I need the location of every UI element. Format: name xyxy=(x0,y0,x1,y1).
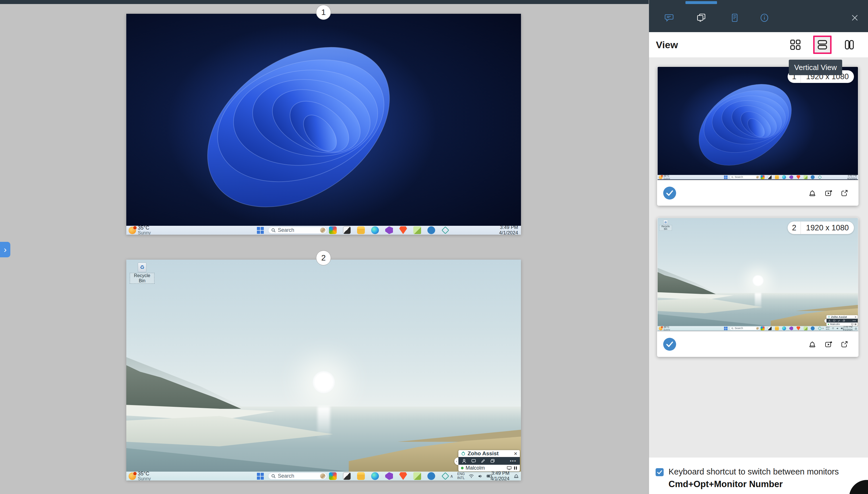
taskbar-app-icon[interactable] xyxy=(385,472,393,480)
taskbar-app-icon[interactable] xyxy=(427,226,435,234)
remote-monitor-2[interactable]: ♻ Recycle Bin › Zoho Assist ✕ ••• Malcol… xyxy=(126,260,521,480)
open-in-new-window-icon[interactable] xyxy=(840,189,849,197)
zoho-assist-widget[interactable]: › Zoho Assist ✕ ••• Malcolm xyxy=(458,450,520,471)
notification-bell-icon[interactable] xyxy=(514,473,519,479)
annotate-icon[interactable] xyxy=(838,320,840,322)
taskbar-app-icon[interactable] xyxy=(371,472,379,480)
tab-session-info[interactable] xyxy=(759,13,769,23)
notification-bell-icon[interactable] xyxy=(808,340,817,348)
share-screen-icon[interactable] xyxy=(490,459,495,463)
weather-widget[interactable]: 35°C Sunny xyxy=(659,175,670,179)
wifi-icon[interactable] xyxy=(832,327,834,329)
volume-icon[interactable] xyxy=(478,474,482,478)
sidebar-expand-tab[interactable]: › xyxy=(0,242,10,257)
pause-icon[interactable] xyxy=(854,323,856,325)
taskbar-app-icon[interactable] xyxy=(441,472,449,480)
taskbar-search[interactable]: Search xyxy=(268,473,327,480)
tab-monitors[interactable] xyxy=(696,13,706,23)
taskbar-clock[interactable]: 3:49 PM 4/1/2024 xyxy=(491,472,510,480)
wifi-icon[interactable] xyxy=(469,474,474,478)
windows-start-button[interactable] xyxy=(724,175,727,179)
taskbar-app-icon[interactable] xyxy=(768,175,772,179)
taskbar-app-icon[interactable] xyxy=(399,472,407,480)
zoho-assist-widget[interactable]: › Zoho Assist ✕ ••• Malcolm xyxy=(826,315,858,326)
monitor-1-selected-check[interactable] xyxy=(663,186,677,200)
taskbar-app-icon[interactable] xyxy=(427,472,435,480)
widget-more-icon[interactable]: ••• xyxy=(510,458,516,463)
pause-icon[interactable] xyxy=(514,466,517,470)
taskbar-app-icon[interactable] xyxy=(385,226,393,234)
taskbar-clock[interactable]: 3:49 PM 4/1/2024 xyxy=(847,175,857,179)
monitor-switch-icon[interactable] xyxy=(851,323,854,326)
notification-bell-icon[interactable] xyxy=(808,189,817,197)
weather-widget[interactable]: 35°C Sunny xyxy=(659,326,670,331)
session-cast-icon[interactable] xyxy=(824,189,833,197)
monitor-2-selected-check[interactable] xyxy=(663,337,677,351)
taskbar-app-icon[interactable] xyxy=(441,226,449,234)
taskbar-app-icon[interactable] xyxy=(811,326,815,330)
remote-monitor-1[interactable]: 35°C Sunny Search 3:49 PM 4/1/2024 xyxy=(658,67,858,179)
taskbar-app-icon[interactable] xyxy=(796,326,800,330)
participants-icon[interactable] xyxy=(462,459,466,463)
taskbar-app-icon[interactable] xyxy=(775,175,779,179)
taskbar-app-icon[interactable] xyxy=(329,226,337,234)
taskbar-search[interactable]: Search xyxy=(730,326,759,330)
participants-icon[interactable] xyxy=(828,320,830,322)
widget-more-icon[interactable]: ••• xyxy=(852,319,856,322)
taskbar-clock[interactable]: 3:49 PM 4/1/2024 xyxy=(843,326,852,331)
taskbar-app-icon[interactable] xyxy=(343,472,351,480)
remote-monitor-2[interactable]: ♻ Recycle Bin › Zoho Assist ✕ ••• Malcol… xyxy=(658,218,858,331)
taskbar-app-icon[interactable] xyxy=(811,175,815,179)
taskbar-app-icon[interactable] xyxy=(789,326,793,330)
monitor-2-thumbnail[interactable]: ♻ Recycle Bin › Zoho Assist ✕ ••• Malcol… xyxy=(657,217,858,331)
remote-monitor-1[interactable]: 35°C Sunny Search 3:49 PM 4/1/2024 xyxy=(126,14,521,235)
taskbar-app-icon[interactable] xyxy=(413,226,421,234)
windows-start-button[interactable] xyxy=(257,227,264,234)
taskbar-app-icon[interactable] xyxy=(413,472,421,480)
language-indicator[interactable]: ENGINTL xyxy=(826,326,830,330)
taskbar-app-icon[interactable] xyxy=(789,175,793,179)
taskbar-app-icon[interactable] xyxy=(761,326,765,330)
tab-chat[interactable] xyxy=(664,13,674,23)
windows-start-button[interactable] xyxy=(724,327,727,330)
volume-icon[interactable] xyxy=(836,327,839,329)
taskbar-app-icon[interactable] xyxy=(357,472,365,480)
taskbar-app-icon[interactable] xyxy=(371,226,379,234)
taskbar-app-icon[interactable] xyxy=(782,326,786,330)
taskbar-app-icon[interactable] xyxy=(399,226,407,234)
taskbar-app-icon[interactable] xyxy=(804,175,808,179)
recycle-bin-shortcut[interactable]: ♻ Recycle Bin xyxy=(659,220,672,231)
taskbar-app-icon[interactable] xyxy=(796,175,800,179)
tab-notes[interactable] xyxy=(730,13,739,23)
annotate-icon[interactable] xyxy=(481,459,485,463)
recycle-bin-shortcut[interactable]: ♻ Recycle Bin xyxy=(130,263,154,284)
taskbar-app-icon[interactable] xyxy=(761,175,765,179)
tray-overflow-icon[interactable]: ∧ xyxy=(450,474,453,479)
share-screen-icon[interactable] xyxy=(843,320,845,322)
notification-bell-icon[interactable] xyxy=(854,327,857,330)
chat-icon[interactable] xyxy=(833,320,835,322)
language-indicator[interactable]: ENGINTL xyxy=(457,472,465,480)
taskbar-search[interactable]: Search xyxy=(730,175,759,179)
vertical-view-button[interactable] xyxy=(813,36,832,54)
chat-icon[interactable] xyxy=(471,459,476,463)
widget-close-icon[interactable]: ✕ xyxy=(514,451,518,456)
taskbar-app-icon[interactable] xyxy=(768,326,772,330)
taskbar-app-icon[interactable] xyxy=(818,326,822,330)
grid-view-button[interactable] xyxy=(786,36,805,54)
open-in-new-window-icon[interactable] xyxy=(840,340,849,348)
taskbar-app-icon[interactable] xyxy=(357,226,365,234)
taskbar-search[interactable]: Search xyxy=(268,227,327,234)
sidebar-close-button[interactable] xyxy=(850,14,859,22)
taskbar-app-icon[interactable] xyxy=(818,175,822,179)
widget-collapse-tab[interactable]: › xyxy=(824,319,826,323)
monitor-1-thumbnail[interactable]: 35°C Sunny Search 3:49 PM 4/1/2024 xyxy=(657,66,858,180)
taskbar-app-icon[interactable] xyxy=(329,472,337,480)
taskbar-app-icon[interactable] xyxy=(782,175,786,179)
taskbar-app-icon[interactable] xyxy=(343,226,351,234)
horizontal-view-button[interactable] xyxy=(840,36,858,54)
taskbar-app-icon[interactable] xyxy=(775,326,779,330)
windows-start-button[interactable] xyxy=(257,473,264,480)
tray-overflow-icon[interactable]: ∧ xyxy=(823,327,824,330)
taskbar-clock[interactable]: 3:49 PM 4/1/2024 xyxy=(499,226,518,235)
